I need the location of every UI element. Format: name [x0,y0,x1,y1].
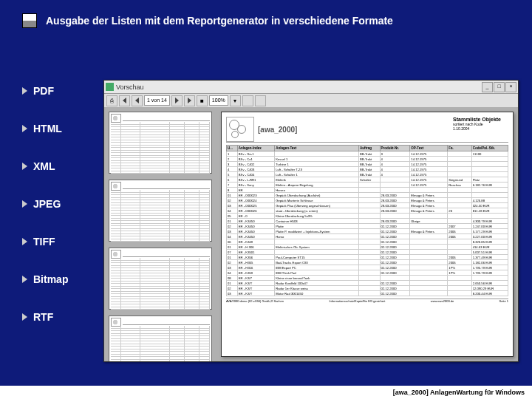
footer-right: www.awa2000.de [431,299,454,303]
tool-button-1[interactable] [242,95,253,106]
report-date: 1.10.2004 [453,126,501,131]
bullet-icon [22,313,27,321]
page-indicator: 1 von 14 [144,95,170,106]
table-row: 02ER - H355Bad-Tracks Export C9302.12.20… [227,260,508,265]
zoom-dropdown[interactable]: ▾ [230,95,241,106]
preview-window: Vorschau _ □ × ⎙ 1 von 14 ■ 100% ▾ [103,80,519,362]
format-label: RTF [33,311,53,323]
report-page: [awa_2000] Stammliste Objekte sortiert n… [221,112,514,357]
bullet-icon [22,87,27,95]
stop-button[interactable]: ■ [197,95,208,106]
table-row: 01ER - H 306Elektrisches Ob. System02.12… [227,245,508,250]
report-brand: [awa_2000] [258,117,453,142]
table-body: 1BSv - Ge-1BB-Trakt314.12.1975111002BSv … [227,151,508,296]
bullet-icon [22,163,27,170]
format-label: JPEG [33,198,61,210]
format-item-bitmap: Bitmap [22,273,68,285]
table-row: 01ER - K3/TRadar Kordfeld 100x4702.12.20… [227,281,508,286]
report-title: Stammliste Objekte [453,117,501,122]
table-row: 03ER - K3/TMotor Rad 300145002.12.20008.… [227,291,508,296]
thumbnail[interactable] [109,248,212,310]
table-row: 07ER - K350102.12.20005.007.51 EUR [227,250,508,255]
format-item-pdf: PDF [22,85,68,97]
app-icon [106,83,114,91]
report-logo [226,117,254,142]
table-row: 02ER - 0/00024Gepäck Manterin Schleuse28… [227,198,508,203]
close-button[interactable]: × [505,82,516,92]
table-row: 01ER - K3450Container H50328.03.2000Übri… [227,219,508,224]
footer-page: Seite 1 [499,299,508,303]
thumbnail[interactable] [109,180,212,242]
table-row: 05ER - 0Kleine Überdachung 5x3% [227,214,508,219]
bullet-icon [22,276,27,283]
table-row: 01ER - K356Paul-Computer ST1502.12.20002… [227,255,508,260]
table-row: 5BSv - C404Luft - Schalter 1BB-Trakt414.… [227,172,508,177]
title-bullet-box [22,13,37,28]
table-row: 8ERHerren [227,188,508,193]
table-row: 03ER - 0/00025Gepäck Plau (Überweg anges… [227,203,508,208]
table-row: 06ER - K34902.12.20008.320.85 EUR [227,239,508,245]
format-label: PDF [33,85,54,97]
format-label: Bitmap [33,273,68,285]
thumbnail[interactable] [109,112,212,174]
bullet-icon [22,238,27,245]
table-row: 08ER - K3/7Kleine rinne berond Tank [227,276,508,281]
table-row: 4BSv - C403Luft - Schalter T-23BB-Trakt4… [227,167,508,172]
footer-left: AVA/2000 demo (02.v.034) Gmbh,D Sachen [226,299,284,303]
next-page-button[interactable] [171,95,183,106]
format-list: PDFHTMLXMLJPEGTIFFBitmapRTF [22,85,68,349]
print-icon[interactable]: ⎙ [106,95,117,106]
tool-button-2[interactable] [255,95,266,106]
table-row: 3BSv - C402Turbine 1BB-Trakt414.12.1975 [227,162,508,167]
table-row: 04ER - K3450Homo02.12.200020063.227.00 E… [227,234,508,239]
format-label: XML [33,160,55,172]
toolbar: ⎙ 1 von 14 ■ 100% ▾ [104,94,518,108]
report-table: U...Anlagen-IndexAnlagen-TextAuftragProd… [226,145,508,296]
format-item-rtf: RTF [22,311,68,323]
zoom-indicator: 100% [209,95,228,106]
table-row: 6BSv - L-RR1ElektrikSchalter14.12.1975Si… [227,177,508,183]
window-title: Vorschau [116,83,482,91]
maximize-button[interactable]: □ [494,82,505,92]
format-label: HTML [33,123,62,134]
table-row: 04ER - K359IBM Think Pad02.12.20001P%1.7… [227,270,508,276]
table-row: 1BSv - Ge-1BB-Trakt314.12.197511100 [227,151,508,157]
table-row: 03ER - K3450Platte P. modifiziert + Inje… [227,229,508,234]
table-row: 2BSv - Co1Kessel 1BB-Trakt414.12.1975 [227,157,508,162]
format-item-html: HTML [22,123,68,134]
bullet-icon [22,200,27,208]
format-item-jpeg: JPEG [22,198,68,210]
table-row: 04ER - 0/00026staat - Überdeckung (o. un… [227,208,508,214]
thumbnail-panel [104,107,216,361]
table-row: 02ER - K3450Platte02.12.200020071.247.00… [227,224,508,229]
page-title: Ausgabe der Listen mit dem Reportgenerat… [46,15,393,27]
prev-page-button[interactable] [132,95,143,106]
format-item-tiff: TIFF [22,236,68,248]
format-label: TIFF [33,236,55,248]
format-item-xml: XML [22,160,68,172]
table-row: 02ER - K3/TRadar 1er Klasse weiss02.12.2… [227,286,508,291]
last-page-button[interactable] [184,95,195,106]
thumbnail[interactable] [109,316,212,361]
bullet-icon [22,125,27,132]
first-page-button[interactable] [119,95,130,106]
table-row: 03ER - H316IBM Export PC02.12.20001P%1.7… [227,265,508,270]
table-row: 7BSv - SonyElektro - Ampere Regelung14.1… [227,183,508,188]
slide-footer: [awa_2000] AnlagenWartung für Windows [0,386,532,399]
table-header-row: U...Anlagen-IndexAnlagen-TextAuftragProd… [227,146,508,151]
window-titlebar: Vorschau _ □ × [104,81,518,94]
table-row: 01ER - 0/00023Gepäck Überdachung (Ausfah… [227,193,508,198]
footer-center: Informationsschutz/Kopie/Ein EG gesicher… [329,299,385,303]
minimize-button[interactable]: _ [482,82,493,92]
